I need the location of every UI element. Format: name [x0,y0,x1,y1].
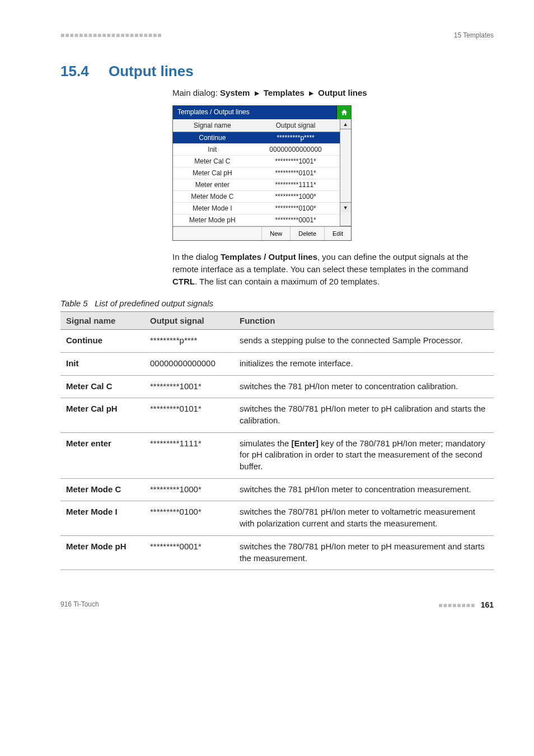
cell-function: switches the 780/781 pH/Ion meter to vol… [234,501,494,535]
header-dots: ■■■■■■■■■■■■■■■■■■■■■■ [60,31,162,39]
breadcrumb-p3: Output lines [318,88,367,97]
dialog-col-signal-name: Signal name [173,119,252,132]
cell-sig: *********p**** [252,132,340,144]
para-text: . The list can contain a maximum of 20 t… [195,277,380,286]
cell-name: Meter Cal pH [173,167,252,179]
cell-signal-name: Meter Cal C [60,375,144,398]
table-row: Meter Mode C *********1000* switches the… [60,478,494,501]
func-text: simulates the [240,438,292,448]
table-row: Init 00000000000000 initializes the remo… [60,352,494,375]
cell-output-signal: *********p**** [144,330,234,353]
new-button[interactable]: New [261,227,290,240]
cell-name: Meter Mode pH [173,214,252,226]
dialog-title: Templates / Output lines [173,106,336,119]
cell-output-signal: *********1000* [144,478,234,501]
breadcrumb: Main dialog: System ▶ Templates ▶ Output… [172,88,494,97]
section-heading: 15.4Output lines [60,63,494,80]
table-row: Continue *********p**** sends a stepping… [60,330,494,353]
table-row[interactable]: Meter Mode I*********0100* [173,203,351,214]
dialog-actionbar: New Delete Edit [173,226,351,240]
dialog-titlebar: Templates / Output lines [173,106,351,119]
table-row[interactable]: Meter Cal C*********1001* [173,156,351,167]
table-caption-num: Table 5 [60,298,88,308]
dialog-table: Signal name Output signal ▲ ▼ Continue**… [173,119,351,226]
header-chapter: 15 Templates [454,31,494,39]
section-title: Output lines [109,63,194,80]
templates-output-lines-dialog: Templates / Output lines Signal name Out… [172,105,352,241]
cell-function: simulates the [Enter] key of the 780/781… [234,432,494,478]
output-signals-table: Signal name Output signal Function Conti… [60,311,494,570]
chevron-right-icon: ▶ [307,90,316,96]
down-arrow-icon: ▼ [343,205,348,211]
cell-output-signal: *********0101* [144,398,234,432]
para-bold: Templates / Output lines [221,252,317,262]
cell-signal-name: Continue [60,330,144,353]
th-output-signal: Output signal [144,312,234,330]
footer-product: 916 Ti-Touch [60,600,99,609]
func-bold: [Enter] [292,438,318,448]
chevron-right-icon: ▶ [252,90,261,96]
cell-signal-name: Meter Mode pH [60,535,144,570]
edit-button[interactable]: Edit [324,227,351,240]
cell-sig: *********1001* [252,156,340,167]
breadcrumb-p1: System [220,88,250,97]
cell-output-signal: 00000000000000 [144,352,234,375]
section-number: 15.4 [60,63,109,80]
footer-dots: ■■■■■■■■ [438,601,475,609]
cell-signal-name: Meter Cal pH [60,398,144,432]
table-row[interactable]: Meter Mode pH*********0001* [173,214,351,226]
breadcrumb-p2: Templates [264,88,305,97]
para-text: In the dialog [172,252,221,262]
para-bold: CTRL [172,277,195,286]
cell-function: initializes the remote interface. [234,352,494,375]
cell-sig: *********0100* [252,203,340,214]
table-row[interactable]: Meter Mode C*********1000* [173,191,351,203]
table-caption: Table 5 List of predefined output signal… [60,298,494,308]
delete-button[interactable]: Delete [290,227,324,240]
page-footer: 916 Ti-Touch ■■■■■■■■ 161 [60,600,494,609]
cell-output-signal: *********0001* [144,535,234,570]
cell-signal-name: Meter enter [60,432,144,478]
cell-sig: *********0101* [252,167,340,179]
cell-sig: *********0001* [252,214,340,226]
table-row: Meter Mode pH *********0001* switches th… [60,535,494,570]
cell-name: Meter Mode I [173,203,252,214]
table-caption-text: List of predefined output signals [95,298,213,308]
cell-signal-name: Meter Mode I [60,501,144,535]
scroll-down-button[interactable]: ▼ [340,202,352,212]
page-number: 161 [481,600,494,609]
cell-output-signal: *********1111* [144,432,234,478]
breadcrumb-lead: Main dialog: [172,88,220,97]
running-header: ■■■■■■■■■■■■■■■■■■■■■■ 15 Templates [60,31,494,39]
cell-sig: 00000000000000 [252,144,340,156]
cell-name: Init [173,144,252,156]
table-row[interactable]: Meter enter*********1111* [173,179,351,191]
cell-function: switches the 780/781 pH/Ion meter to pH … [234,535,494,570]
th-signal-name: Signal name [60,312,144,330]
table-row: Meter Cal pH *********0101* switches the… [60,398,494,432]
th-function: Function [234,312,494,330]
cell-function: switches the 781 pH/Ion meter to concent… [234,478,494,501]
scroll-up-button[interactable]: ▲ [340,119,352,129]
cell-sig: *********1111* [252,179,340,191]
cell-name: Meter Cal C [173,156,252,167]
cell-function: switches the 781 pH/Ion meter to concent… [234,375,494,398]
home-icon [340,109,348,116]
up-arrow-icon: ▲ [343,122,348,127]
dialog-col-output-signal: Output signal [252,119,340,132]
cell-name: Meter Mode C [173,191,252,203]
cell-signal-name: Init [60,352,144,375]
intro-paragraph: In the dialog Templates / Output lines, … [172,251,494,287]
table-row[interactable]: Init00000000000000 [173,144,351,156]
cell-output-signal: *********0100* [144,501,234,535]
cell-name: Continue [173,132,252,144]
table-row[interactable]: Continue*********p**** [173,132,351,144]
cell-output-signal: *********1001* [144,375,234,398]
table-row: Meter enter *********1111* simulates the… [60,432,494,478]
cell-name: Meter enter [173,179,252,191]
home-button[interactable] [336,106,351,119]
cell-sig: *********1000* [252,191,340,203]
cell-function: sends a stepping pulse to the connected … [234,330,494,353]
cell-function: switches the 780/781 pH/Ion meter to pH … [234,398,494,432]
table-row[interactable]: Meter Cal pH*********0101* [173,167,351,179]
